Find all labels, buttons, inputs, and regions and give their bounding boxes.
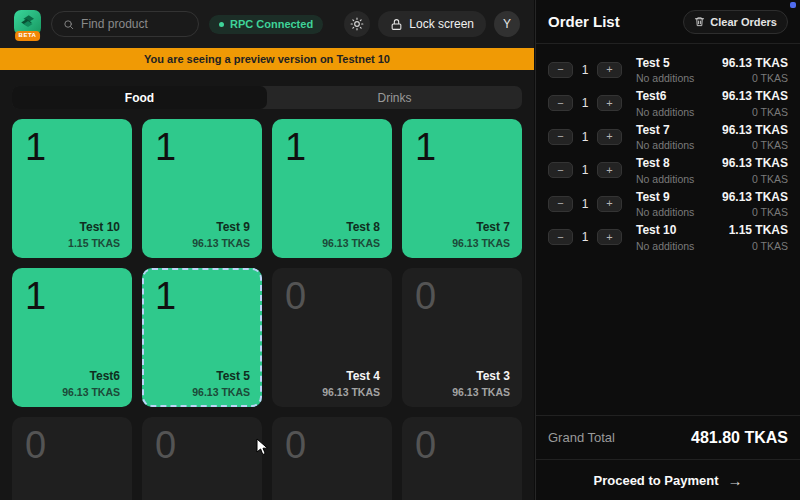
clear-orders-button[interactable]: Clear Orders — [683, 10, 788, 34]
user-avatar[interactable]: Y — [494, 11, 520, 37]
item-name: Test 10 — [636, 223, 694, 237]
status-dot-icon — [219, 22, 224, 27]
order-list-title: Order List — [548, 13, 620, 30]
product-card[interactable]: 0 — [142, 417, 262, 500]
product-card-test-8[interactable]: 1 Test 8 96.13 TKAS — [272, 119, 392, 258]
product-card-test-9[interactable]: 1 Test 9 96.13 TKAS — [142, 119, 262, 258]
theme-toggle-button[interactable] — [344, 11, 370, 37]
item-qty: 1 — [580, 96, 590, 110]
decrement-button[interactable]: − — [548, 196, 573, 212]
lock-screen-label: Lock screen — [409, 17, 474, 31]
product-card-test6[interactable]: 1 Test6 96.13 TKAS — [12, 268, 132, 407]
product-card-test-4[interactable]: 0 Test 4 96.13 TKAS — [272, 268, 392, 407]
product-card-test-7[interactable]: 1 Test 7 96.13 TKAS — [402, 119, 522, 258]
product-card[interactable]: 0 — [402, 417, 522, 500]
dev-indicator-dot[interactable] — [790, 2, 796, 8]
product-info: Test 3 96.13 TKAS — [452, 369, 510, 398]
arrow-right-icon: → — [728, 472, 743, 489]
trash-icon — [694, 16, 705, 27]
item-name: Test6 — [636, 89, 694, 103]
topbar-actions: Lock screen Y — [344, 11, 520, 37]
product-qty: 0 — [415, 277, 509, 317]
item-prices: 96.13 TKAS 0 TKAS — [722, 89, 788, 118]
tab-drinks-label: Drinks — [377, 91, 411, 105]
increment-button[interactable]: + — [597, 229, 622, 245]
product-price: 96.13 TKAS — [62, 386, 120, 398]
order-summary: Grand Total 481.80 TKAS Proceed to Payme… — [536, 415, 800, 500]
tab-drinks[interactable]: Drinks — [267, 86, 522, 109]
rpc-status-label: RPC Connected — [230, 18, 313, 30]
app-logo: BETA — [14, 10, 41, 39]
item-price: 96.13 TKAS — [722, 123, 788, 137]
increment-button[interactable]: + — [597, 62, 622, 78]
product-search[interactable] — [51, 11, 199, 37]
item-additions: No additions — [636, 106, 694, 118]
item-name-block: Test6 No additions — [636, 89, 694, 118]
item-name-block: Test 7 No additions — [636, 123, 694, 152]
product-card-test-5[interactable]: 1 Test 5 96.13 TKAS — [142, 268, 262, 407]
decrement-button[interactable]: − — [548, 95, 573, 111]
product-qty: 0 — [285, 426, 379, 466]
product-name: Test 9 — [192, 220, 250, 234]
clear-orders-label: Clear Orders — [710, 16, 777, 28]
decrement-button[interactable]: − — [548, 229, 573, 245]
banner-text: You are seeing a preview version on Test… — [144, 53, 390, 65]
product-card-test-3[interactable]: 0 Test 3 96.13 TKAS — [402, 268, 522, 407]
item-qty: 1 — [580, 197, 590, 211]
item-additions-price: 0 TKAS — [722, 106, 788, 118]
item-prices: 96.13 TKAS 0 TKAS — [722, 56, 788, 85]
increment-button[interactable]: + — [597, 129, 622, 145]
proceed-to-payment-button[interactable]: Proceed to Payment → — [536, 459, 800, 500]
search-input[interactable] — [81, 17, 187, 31]
order-items-list: − 1 + Test 5 No additions 96.13 TKAS 0 T… — [536, 44, 800, 254]
lock-screen-button[interactable]: Lock screen — [378, 11, 486, 37]
item-name: Test 9 — [636, 190, 694, 204]
lock-icon — [390, 18, 403, 31]
item-additions-price: 0 TKAS — [729, 240, 788, 252]
decrement-button[interactable]: − — [548, 162, 573, 178]
product-price: 96.13 TKAS — [192, 386, 250, 398]
order-item-test-8: − 1 + Test 8 No additions 96.13 TKAS 0 T… — [548, 154, 788, 188]
item-price: 1.15 TKAS — [729, 223, 788, 237]
item-additions-price: 0 TKAS — [722, 139, 788, 151]
item-additions: No additions — [636, 240, 694, 252]
grand-total-row: Grand Total 481.80 TKAS — [536, 415, 800, 459]
item-additions: No additions — [636, 72, 694, 84]
product-info: Test 10 1.15 TKAS — [68, 220, 120, 249]
product-name: Test6 — [62, 369, 120, 383]
decrement-button[interactable]: − — [548, 129, 573, 145]
diamond-stack-icon — [19, 13, 37, 31]
beta-badge: BETA — [15, 31, 41, 40]
order-panel: Order List Clear Orders − 1 + Test 5 No … — [535, 0, 800, 500]
tab-food[interactable]: Food — [12, 86, 267, 109]
rpc-status-badge: RPC Connected — [209, 15, 323, 34]
sun-icon — [350, 17, 364, 31]
increment-button[interactable]: + — [597, 95, 622, 111]
item-prices: 96.13 TKAS 0 TKAS — [722, 190, 788, 219]
product-name: Test 10 — [68, 220, 120, 234]
order-item-test-7: − 1 + Test 7 No additions 96.13 TKAS 0 T… — [548, 120, 788, 154]
item-prices: 96.13 TKAS 0 TKAS — [722, 156, 788, 185]
product-price: 96.13 TKAS — [322, 237, 380, 249]
avatar-initial: Y — [503, 17, 511, 31]
order-item-test6: − 1 + Test6 No additions 96.13 TKAS 0 TK… — [548, 87, 788, 121]
increment-button[interactable]: + — [597, 162, 622, 178]
product-qty: 1 — [155, 128, 249, 168]
decrement-button[interactable]: − — [548, 62, 573, 78]
item-name: Test 7 — [636, 123, 694, 137]
product-info: Test 7 96.13 TKAS — [452, 220, 510, 249]
order-item-test-9: − 1 + Test 9 No additions 96.13 TKAS 0 T… — [548, 187, 788, 221]
tab-food-label: Food — [125, 91, 154, 105]
item-additions: No additions — [636, 206, 694, 218]
item-prices: 1.15 TKAS 0 TKAS — [729, 223, 788, 252]
item-qty: 1 — [580, 63, 590, 77]
topbar: BETA RPC Connected Lock sc — [0, 0, 534, 48]
product-card-test-10[interactable]: 1 Test 10 1.15 TKAS — [12, 119, 132, 258]
product-card[interactable]: 0 — [272, 417, 392, 500]
increment-button[interactable]: + — [597, 196, 622, 212]
product-qty: 0 — [285, 277, 379, 317]
main-section: BETA RPC Connected Lock sc — [0, 0, 534, 500]
quantity-stepper: − 1 + — [548, 62, 622, 78]
product-card[interactable]: 0 — [12, 417, 132, 500]
product-grid: 1 Test 10 1.15 TKAS 1 Test 9 96.13 TKAS … — [12, 119, 522, 500]
